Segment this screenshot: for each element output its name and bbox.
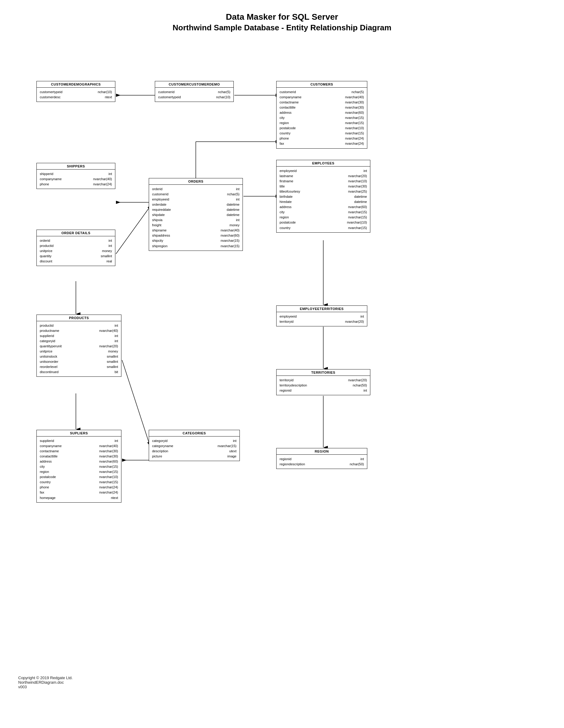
field-row: companynamenvarchar(40) xyxy=(279,95,364,100)
field-name: hiredate xyxy=(279,199,292,204)
entity-region: REGIONregionidintregiondescriptionnchar(… xyxy=(276,448,367,469)
field-name: freight xyxy=(152,223,161,228)
entity-header-customerdemographics: CUSTOMERDEMOGRAPHICS xyxy=(37,81,115,88)
field-name: quantity xyxy=(40,254,52,259)
field-row: requireddatedatetime xyxy=(152,207,239,212)
entity-body-shippers: shipperidintcompanynamenvarchar(40)phone… xyxy=(37,170,115,189)
field-name: unitprice xyxy=(40,248,52,254)
field-type: nvarchar(40) xyxy=(99,328,118,333)
field-type: nvarchar(24) xyxy=(93,182,112,187)
entity-employees: EMPLOYEESemployeeidintlastnamenvarchar(2… xyxy=(276,160,370,233)
field-type: int xyxy=(233,438,236,443)
field-row: faxnvarchar(24) xyxy=(40,490,118,495)
field-type: nvarchar(30) xyxy=(345,105,364,110)
field-row: countrynvarchar(15) xyxy=(279,131,364,136)
svg-line-13 xyxy=(122,360,149,442)
entity-header-categories: CATEGORIES xyxy=(149,430,239,436)
field-type: nvarchar(15) xyxy=(218,443,236,449)
field-type: nvarchar(40) xyxy=(93,177,112,182)
field-name: shipregion xyxy=(152,244,167,249)
field-row: productnamenvarchar(40) xyxy=(40,328,118,333)
entity-body-customerdemographics: customertypeidnchar(10)customerdescntext xyxy=(37,88,115,102)
field-type: int xyxy=(114,323,118,328)
field-name: shipperid xyxy=(40,171,53,177)
field-row: phonenvarchar(24) xyxy=(40,182,112,187)
field-name: customertypeid xyxy=(40,89,62,95)
field-name: employeeid xyxy=(279,314,297,319)
field-name: city xyxy=(40,464,45,469)
field-name: picture xyxy=(152,454,162,459)
field-name: customerid xyxy=(152,192,168,197)
field-name: shipname xyxy=(152,228,167,233)
field-type: nvarchar(15) xyxy=(345,120,364,126)
field-name: categoryname xyxy=(152,443,173,449)
field-name: fax xyxy=(40,490,44,495)
field-row: shipperidint xyxy=(40,171,112,177)
field-type: nvarchar((10) xyxy=(347,220,367,225)
entity-header-customers: CUSTOMERS xyxy=(276,81,367,88)
field-row: regionnvarchar(15) xyxy=(279,215,367,220)
field-name: contactname xyxy=(279,100,299,105)
field-type: nvarchar(20) xyxy=(99,344,118,349)
field-row: shipdatedatetime xyxy=(152,212,239,217)
field-row: phonenvarchar(24) xyxy=(279,136,364,141)
field-type: nvarchar(30) xyxy=(348,184,367,189)
field-type: nchar(50) xyxy=(353,383,367,388)
field-name: shipaddress xyxy=(152,233,170,238)
field-row: shipaddressnvarchar(60) xyxy=(152,233,239,238)
field-type: bit xyxy=(114,369,118,375)
field-type: ntext xyxy=(111,495,118,501)
field-name: contacttitle xyxy=(279,105,296,110)
entity-products: PRODUCTSproductidintproductnamenvarchar(… xyxy=(36,315,121,377)
entity-header-supliers: SUPLIERS xyxy=(37,430,121,436)
field-type: int xyxy=(108,243,112,248)
field-type: nvarchar(24) xyxy=(99,485,118,490)
field-row: addressnvarchar(60) xyxy=(40,459,118,464)
field-row: discountreal xyxy=(40,259,112,264)
field-type: nvarchar(10) xyxy=(345,126,364,131)
field-type: nvarchar(15) xyxy=(221,244,239,249)
field-row: companynamenvarchar(40) xyxy=(40,443,118,449)
field-name: orderid xyxy=(152,187,162,192)
field-name: customerid xyxy=(158,89,174,95)
field-row: customertypeidnchar(10) xyxy=(158,95,230,100)
field-row: categoryidint xyxy=(152,438,236,443)
entity-territories: TERRITORIESterritoryidnvarchar(20)territ… xyxy=(276,369,370,395)
field-row: phonenvarchar(24) xyxy=(40,485,118,490)
field-type: nvarchar(60) xyxy=(99,459,118,464)
field-type: money xyxy=(229,223,239,228)
field-type: nvarchar(60) xyxy=(345,110,364,115)
field-type: utext xyxy=(229,449,236,454)
field-type: nvarchar(20) xyxy=(348,378,367,383)
diagram-area: CUSTOMERDEMOGRAPHICScustomertypeidnchar(… xyxy=(18,42,546,663)
field-type: nvarchar(40) xyxy=(221,228,239,233)
footer-line1: Copyright © 2019 Redgate Ltd. xyxy=(18,676,546,680)
field-name: companyname xyxy=(279,95,302,100)
field-type: nvarchar(15) xyxy=(221,238,239,243)
field-name: address xyxy=(40,459,52,464)
entity-customerdemographics: CUSTOMERDEMOGRAPHICScustomertypeidnchar(… xyxy=(36,81,115,102)
field-name: reorderlevel xyxy=(40,364,57,369)
page: Data Masker for SQL Server Northwind Sam… xyxy=(0,0,564,728)
field-type: int xyxy=(236,197,239,202)
field-type: smallint xyxy=(107,359,118,364)
field-name: lastname xyxy=(279,174,293,179)
field-type: int xyxy=(108,171,112,177)
field-name: contactname xyxy=(40,449,59,454)
entity-orderdetails: ORDER DETAILSorderidintproductidintunitp… xyxy=(36,230,115,266)
field-type: datetime xyxy=(354,199,367,204)
field-name: employeeid xyxy=(152,197,169,202)
field-type: nvarchar(24) xyxy=(99,490,118,495)
entity-body-orders: orderidintcustomeridnchar(5)employeeidin… xyxy=(149,185,242,251)
field-name: birthdate xyxy=(279,194,293,199)
field-type: nvarchar(30) xyxy=(99,454,118,459)
field-type: money xyxy=(102,248,112,254)
field-name: address xyxy=(279,204,292,210)
field-row: postalcodenvarchar(10) xyxy=(40,474,118,480)
field-row: customeridnchar(5) xyxy=(152,192,239,197)
entity-body-customers: customeridnchar(5)companynamenvarchar(40… xyxy=(276,88,367,148)
field-name: supplierid xyxy=(40,333,54,339)
field-name: address xyxy=(279,110,292,115)
field-row: supplieridint xyxy=(40,333,118,339)
field-row: contacttitlenvarchar(30) xyxy=(279,105,364,110)
